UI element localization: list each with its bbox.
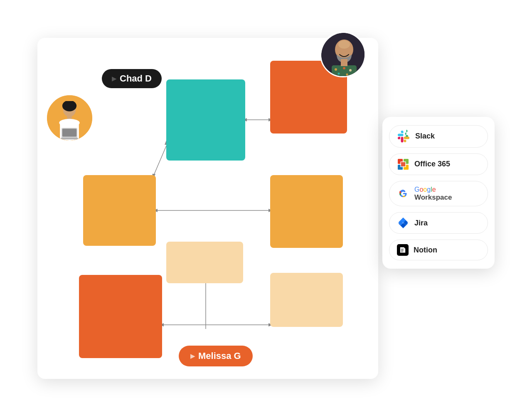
chad-name: Chad D xyxy=(120,73,152,84)
block-peach-center xyxy=(166,242,243,283)
svg-point-23 xyxy=(338,40,350,49)
diagram-card: Chad D Melissa G xyxy=(37,38,378,379)
block-amber-left xyxy=(83,175,156,246)
chad-label: Chad D xyxy=(102,69,162,88)
notion-icon xyxy=(397,244,409,256)
slack-item[interactable]: Slack xyxy=(389,125,488,148)
slack-label: Slack xyxy=(415,132,435,141)
google-icon xyxy=(397,187,409,200)
main-scene: Chad D Melissa G xyxy=(37,21,495,387)
avatar-woman xyxy=(46,94,94,142)
slack-icon xyxy=(397,130,410,143)
svg-point-27 xyxy=(343,67,345,69)
svg-point-29 xyxy=(338,72,340,74)
block-amber-right xyxy=(270,175,343,248)
svg-point-28 xyxy=(349,69,352,72)
svg-rect-31 xyxy=(341,59,347,66)
notion-label: Notion xyxy=(414,246,437,255)
svg-rect-40 xyxy=(401,249,404,249)
google-label: Google Workspace xyxy=(414,185,452,202)
svg-point-17 xyxy=(59,119,79,126)
svg-rect-43 xyxy=(401,252,403,252)
jira-icon xyxy=(397,217,409,229)
svg-rect-19 xyxy=(62,129,76,136)
block-orange-bottom-left xyxy=(79,275,162,358)
svg-rect-38 xyxy=(401,162,405,166)
office365-icon xyxy=(397,158,409,171)
svg-line-6 xyxy=(154,146,166,175)
svg-point-26 xyxy=(335,68,337,71)
block-teal xyxy=(166,79,245,161)
office365-item[interactable]: Office 365 xyxy=(389,153,488,175)
jira-label: Jira xyxy=(414,219,428,227)
svg-rect-20 xyxy=(61,138,78,139)
avatar-man xyxy=(320,32,366,77)
notion-item[interactable]: Notion xyxy=(389,240,488,260)
block-peach-bottom-right xyxy=(270,273,343,327)
integrations-card: Slack Office 365 xyxy=(382,117,495,269)
google-item[interactable]: Google Workspace xyxy=(389,181,488,207)
office365-label: Office 365 xyxy=(414,160,450,168)
melissa-label: Melissa G xyxy=(179,346,253,366)
svg-rect-42 xyxy=(401,251,404,251)
svg-point-30 xyxy=(346,73,348,75)
melissa-name: Melissa G xyxy=(198,351,241,361)
svg-rect-41 xyxy=(401,250,404,250)
jira-item[interactable]: Jira xyxy=(389,212,488,234)
